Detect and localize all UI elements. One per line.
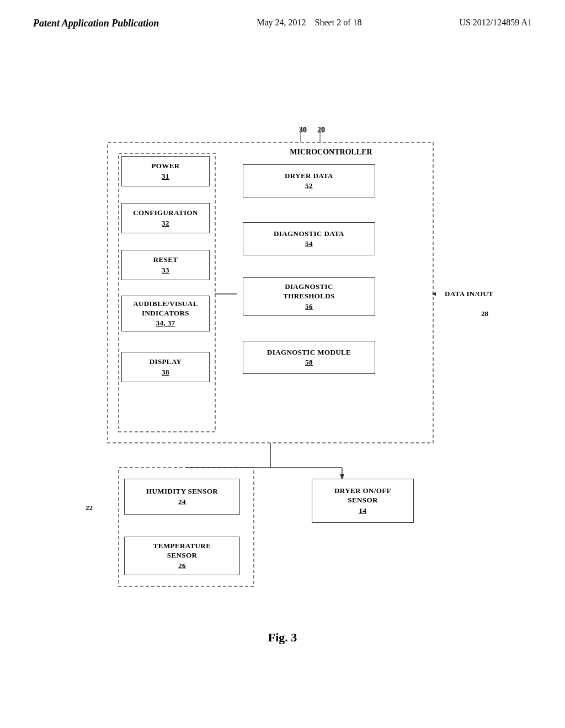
header-center: May 24, 2012 Sheet 2 of 18 (257, 18, 361, 28)
display-box: DISPLAY 38 (121, 352, 210, 382)
reset-ref: 33 (162, 266, 169, 275)
ref-30: 30 (299, 126, 307, 135)
diag-mod-ref: 58 (305, 358, 313, 367)
data-inout-label: DATA IN/OUT (445, 290, 493, 299)
header: Patent Application Publication May 24, 2… (0, 0, 565, 29)
ref-28: 28 (481, 309, 488, 318)
display-ref: 38 (162, 368, 169, 377)
patent-number: US 2012/124859 A1 (459, 18, 532, 28)
diagnostic-data-box: DIAGNOSTIC DATA 54 (243, 222, 375, 255)
dryer-onoff-box: DRYER ON/OFF SENSOR 14 (312, 479, 414, 523)
data-inout-box: DATA IN/OUT (436, 277, 502, 311)
power-ref: 31 (162, 172, 169, 181)
temp-label2: SENSOR (167, 551, 197, 560)
diagnostic-thresholds-box: DIAGNOSTIC THRESHOLDS 56 (243, 277, 375, 316)
ref-22: 22 (86, 504, 93, 512)
reset-box: RESET 33 (121, 250, 210, 280)
display-label: DISPLAY (150, 357, 182, 367)
power-label: POWER (151, 162, 179, 171)
sheet: Sheet 2 of 18 (315, 18, 362, 27)
audible-label2: INDICATORS (142, 309, 189, 318)
temperature-sensor-box: TEMPERATURE SENSOR 26 (124, 537, 240, 575)
date: May 24, 2012 (257, 18, 306, 27)
humidity-ref: 24 (178, 497, 186, 506)
audible-visual-box: AUDIBLE/VISUAL INDICATORS 34, 37 (121, 296, 210, 331)
dryer-data-label: DRYER DATA (285, 172, 333, 181)
diag-thresh-label1: DIAGNOSTIC (285, 282, 333, 292)
audible-label1: AUDIBLE/VISUAL (133, 299, 198, 309)
diag-data-label: DIAGNOSTIC DATA (274, 229, 344, 239)
dryer-onoff-label2: SENSOR (348, 496, 377, 505)
microcontroller-label: MICROCONTROLLER (237, 148, 425, 157)
dryer-data-ref: 52 (305, 181, 313, 190)
publication-label: Patent Application Publication (33, 18, 159, 29)
configuration-box: CONFIGURATION 32 (121, 203, 210, 233)
config-label: CONFIGURATION (133, 208, 198, 218)
dryer-data-box: DRYER DATA 52 (243, 164, 375, 197)
dryer-onoff-ref: 14 (359, 506, 367, 515)
temp-ref: 26 (178, 561, 186, 570)
audible-ref: 34, 37 (156, 319, 175, 328)
humidity-label: HUMIDITY SENSOR (146, 487, 218, 496)
dryer-onoff-label1: DRYER ON/OFF (334, 486, 391, 496)
config-ref: 32 (162, 219, 169, 228)
reset-label: RESET (153, 255, 178, 265)
diag-mod-label: DIAGNOSTIC MODULE (267, 348, 351, 357)
svg-rect-1 (119, 153, 215, 432)
temp-label1: TEMPERATURE (153, 542, 211, 551)
diag-thresh-label2: THRESHOLDS (283, 292, 335, 301)
diagnostic-module-box: DIAGNOSTIC MODULE 58 (243, 341, 375, 374)
diag-thresh-ref: 56 (305, 302, 313, 311)
diag-data-ref: 54 (305, 239, 313, 248)
ref-20: 20 (317, 126, 325, 135)
humidity-sensor-box: HUMIDITY SENSOR 24 (124, 479, 240, 515)
diagram-area: 30 20 22 28 POWER 31 CONFIGURATION 32 RE… (0, 40, 565, 675)
power-box: POWER 31 (121, 156, 210, 186)
